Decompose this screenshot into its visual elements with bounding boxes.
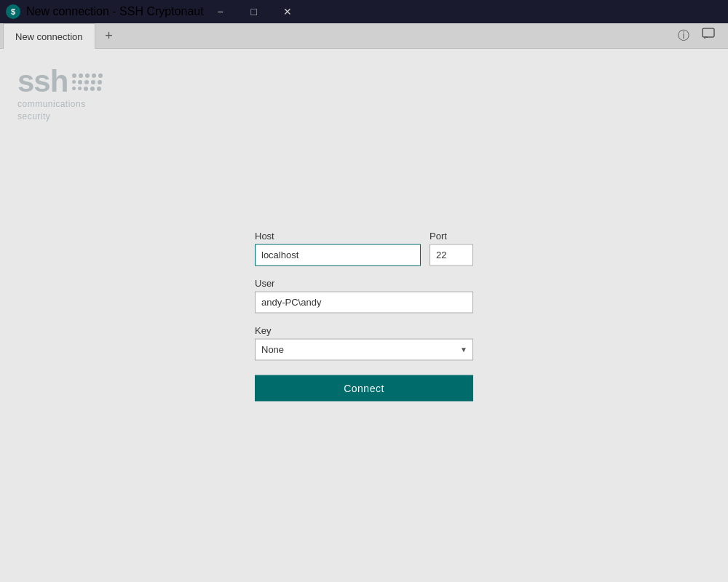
app-icon: $ bbox=[6, 4, 20, 19]
active-tab-label: New connection bbox=[15, 31, 83, 42]
host-group: Host bbox=[255, 230, 421, 266]
key-row: Key None bbox=[255, 324, 473, 360]
port-group: Port bbox=[430, 230, 473, 266]
user-group: User bbox=[255, 277, 473, 313]
user-label: User bbox=[255, 277, 473, 288]
new-tab-button[interactable]: + bbox=[98, 25, 120, 47]
info-icon: ⓘ bbox=[678, 28, 689, 44]
ssh-logo: ssh bbox=[17, 66, 103, 123]
host-input[interactable] bbox=[255, 244, 421, 266]
host-port-row: Host Port bbox=[255, 230, 473, 266]
connection-form: Host Port User Key None bbox=[255, 230, 473, 401]
minimize-button[interactable]: − bbox=[204, 0, 237, 23]
info-button[interactable]: ⓘ bbox=[673, 25, 695, 47]
port-input[interactable] bbox=[430, 244, 473, 266]
key-group: Key None bbox=[255, 324, 473, 360]
connect-button[interactable]: Connect bbox=[255, 375, 473, 401]
port-label: Port bbox=[430, 230, 473, 241]
user-input[interactable] bbox=[255, 291, 473, 313]
svg-text:$: $ bbox=[11, 7, 15, 16]
chat-icon bbox=[702, 28, 715, 44]
title-bar: $ New connection - SSH Cryptonaut − □ ✕ bbox=[0, 0, 728, 23]
tab-bar: New connection + ⓘ bbox=[0, 23, 728, 49]
tab-bar-actions: ⓘ bbox=[673, 25, 725, 47]
main-content: ssh bbox=[0, 49, 728, 582]
logo-dots bbox=[72, 73, 103, 91]
window-controls: − □ ✕ bbox=[204, 0, 304, 23]
key-select[interactable]: None bbox=[255, 338, 473, 360]
logo-text: ssh bbox=[17, 66, 103, 97]
key-select-wrapper: None bbox=[255, 338, 473, 360]
logo-subtitle: communications security bbox=[17, 98, 103, 123]
window-title: New connection - SSH Cryptonaut bbox=[26, 5, 204, 18]
maximize-button[interactable]: □ bbox=[237, 0, 271, 23]
close-button[interactable]: ✕ bbox=[271, 0, 304, 23]
key-label: Key bbox=[255, 324, 473, 335]
host-label: Host bbox=[255, 230, 421, 241]
logo-main: ssh bbox=[17, 66, 68, 97]
chat-button[interactable] bbox=[697, 25, 719, 47]
active-tab[interactable]: New connection bbox=[3, 23, 95, 49]
svg-rect-2 bbox=[703, 28, 714, 37]
user-row: User bbox=[255, 277, 473, 313]
